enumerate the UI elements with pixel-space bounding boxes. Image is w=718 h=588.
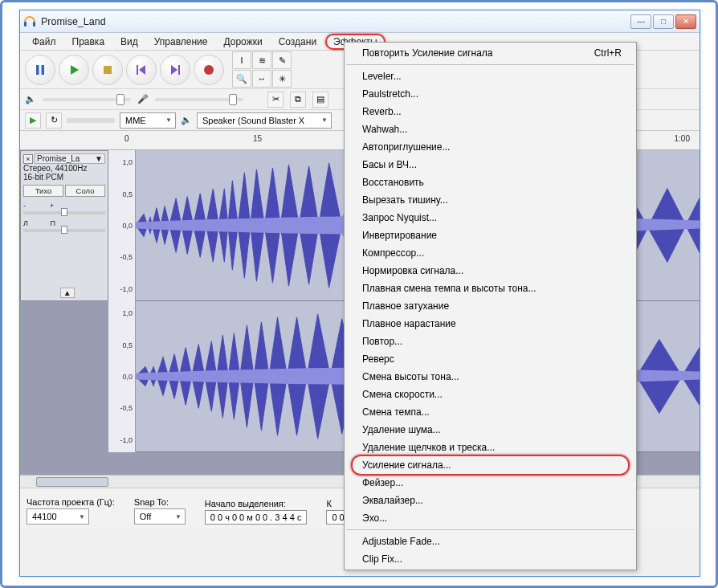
- loop-icon[interactable]: ↻: [46, 112, 62, 129]
- fx-item[interactable]: Удаление шума...: [345, 421, 636, 439]
- fx-item[interactable]: Усиление сигнала...: [345, 456, 636, 474]
- effects-menu: Повторить Усиление сигналаCtrl+R Leveler…: [344, 42, 637, 570]
- fx-item[interactable]: Басы и ВЧ...: [345, 156, 636, 174]
- track-control-panel: × Promise_La▼ Стерео, 44100Hz 16-bit PCM…: [20, 150, 108, 301]
- fx-item[interactable]: Восстановить: [345, 174, 636, 191]
- output-device-dropdown[interactable]: Speaker (Sound Blaster X: [197, 112, 332, 129]
- solo-button[interactable]: Соло: [65, 185, 105, 197]
- fx-item[interactable]: Эхо...: [345, 509, 636, 527]
- speaker-icon: 🔈: [25, 94, 36, 104]
- fx-item[interactable]: Компрессор...: [345, 244, 636, 262]
- tool-palette: I ≋ ✎ 🔍 ↔ ✳: [232, 51, 292, 88]
- record-button[interactable]: [194, 55, 224, 85]
- minimize-button[interactable]: —: [630, 14, 651, 29]
- svg-rect-0: [24, 22, 27, 27]
- svg-rect-6: [178, 65, 180, 75]
- stop-button[interactable]: [92, 55, 123, 85]
- copy-icon[interactable]: ⧉: [290, 92, 306, 108]
- fx-item[interactable]: Нормировка сигнала...: [345, 262, 636, 280]
- timeshift-tool-icon[interactable]: ↔: [252, 70, 271, 88]
- paste-icon[interactable]: ▤: [312, 92, 328, 108]
- track-bit-label: 16-bit PCM: [23, 173, 105, 182]
- fx-item[interactable]: Плавное нарастание: [345, 315, 636, 333]
- menu-view[interactable]: Вид: [113, 35, 145, 49]
- menu-separator: [346, 529, 634, 530]
- window-title: Promise_Land: [41, 16, 630, 27]
- track-menu-button[interactable]: Promise_La▼: [35, 153, 105, 164]
- menu-control[interactable]: Управление: [147, 35, 215, 49]
- selection-start-field[interactable]: 0 0 ч 0 0 м 0 0 . 3 4 4 с: [205, 510, 308, 525]
- project-rate-dropdown[interactable]: 44100: [27, 508, 89, 525]
- fx-item[interactable]: Плавное затухание: [345, 297, 636, 315]
- fx-item[interactable]: Запрос Nyquist...: [345, 209, 636, 227]
- menu-file[interactable]: Файл: [25, 35, 63, 49]
- fx-item[interactable]: Смена темпа...: [345, 403, 636, 421]
- title-bar: Promise_Land — □ ✕: [20, 10, 700, 33]
- svg-rect-4: [104, 66, 112, 74]
- fx-item[interactable]: Смена скорости...: [345, 386, 636, 403]
- fx-item[interactable]: Reverb...: [345, 103, 636, 120]
- menu-tracks[interactable]: Дорожки: [217, 35, 270, 49]
- fx-repeat-last[interactable]: Повторить Усиление сигналаCtrl+R: [345, 44, 636, 62]
- collapse-button[interactable]: ▲: [60, 288, 75, 298]
- pan-slider[interactable]: [23, 229, 105, 232]
- fx-item[interactable]: Инвертирование: [345, 227, 636, 244]
- mute-button[interactable]: Тихо: [23, 185, 63, 197]
- fx-item[interactable]: Wahwah...: [345, 120, 636, 138]
- snap-label: Snap To:: [134, 497, 186, 507]
- menu-generate[interactable]: Создани: [271, 35, 324, 49]
- zoom-tool-icon[interactable]: 🔍: [232, 70, 251, 88]
- fx-item[interactable]: Плавная смена темпа и высоты тона...: [345, 280, 636, 297]
- mini-play-icon[interactable]: ▶: [25, 112, 41, 129]
- track-close-button[interactable]: ×: [23, 154, 33, 164]
- fx-item[interactable]: Clip Fix...: [345, 550, 636, 568]
- audio-host-dropdown[interactable]: MME: [120, 112, 176, 129]
- fx-item[interactable]: Эквалайзер...: [345, 492, 636, 509]
- menu-separator: [346, 64, 634, 65]
- envelope-tool-icon[interactable]: ≋: [252, 51, 271, 69]
- track-format-label: Стерео, 44100Hz: [23, 164, 105, 173]
- mic-icon: 🎤: [137, 94, 149, 104]
- draw-tool-icon[interactable]: ✎: [272, 51, 292, 69]
- selection-start-label: Начало выделения:: [205, 499, 308, 508]
- snap-dropdown[interactable]: Off: [134, 508, 186, 525]
- fx-item[interactable]: Автоприглушение...: [345, 138, 636, 156]
- fx-item[interactable]: Удаление щелчков и треска...: [345, 439, 636, 456]
- maximize-button[interactable]: □: [653, 14, 674, 29]
- pause-button[interactable]: [25, 55, 55, 85]
- vscale-right: 1,0 0,5 0,0 -0,5 -1,0: [108, 301, 136, 452]
- project-rate-label: Частота проекта (Гц):: [27, 497, 115, 507]
- gain-slider[interactable]: [23, 211, 105, 214]
- fx-item[interactable]: Paulstretch...: [345, 85, 636, 103]
- selection-tool-icon[interactable]: I: [232, 51, 251, 69]
- svg-rect-2: [36, 65, 39, 75]
- svg-point-7: [204, 65, 214, 75]
- fx-item[interactable]: Фейзер...: [345, 474, 636, 492]
- multi-tool-icon[interactable]: ✳: [272, 70, 292, 88]
- speed-slider[interactable]: [67, 118, 115, 123]
- cut-icon[interactable]: ✂: [267, 92, 284, 108]
- fx-item[interactable]: Leveler...: [345, 67, 636, 85]
- fx-item[interactable]: Вырезать тишину...: [345, 191, 636, 209]
- fx-item[interactable]: Смена высоты тона...: [345, 368, 636, 386]
- output-volume-slider[interactable]: [43, 98, 131, 101]
- close-button[interactable]: ✕: [675, 14, 696, 29]
- fx-item[interactable]: Реверс: [345, 350, 636, 368]
- app-icon: [23, 15, 36, 28]
- fx-item[interactable]: Повтор...: [345, 333, 636, 350]
- play-button[interactable]: [59, 55, 89, 85]
- svg-rect-5: [137, 65, 138, 75]
- svg-rect-1: [33, 22, 35, 27]
- svg-rect-3: [42, 65, 45, 75]
- skip-start-button[interactable]: [126, 55, 157, 85]
- out-speaker-icon: 🔈: [181, 115, 192, 125]
- menu-edit[interactable]: Правка: [65, 35, 112, 49]
- fx-item[interactable]: Adjustable Fade...: [345, 533, 636, 550]
- input-volume-slider[interactable]: [155, 98, 243, 101]
- skip-end-button[interactable]: [160, 55, 190, 85]
- vscale-left: 1,0 0,5 0,0 -0,5 -1,0: [108, 150, 136, 301]
